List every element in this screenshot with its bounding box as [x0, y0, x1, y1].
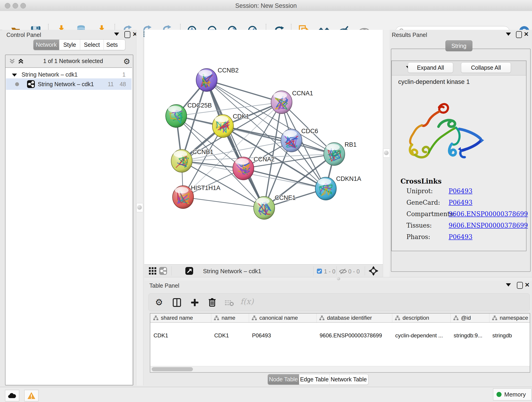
network-node-CDK1[interactable]: CDK1	[212, 113, 249, 138]
column-header-canonical-name[interactable]: canonical name	[249, 313, 317, 323]
table-cell[interactable]: CDK1	[214, 332, 248, 339]
column-header-namespace[interactable]: namespace	[489, 313, 530, 323]
column-separator[interactable]	[317, 313, 317, 322]
birdseye-toggle-icon[interactable]	[185, 267, 193, 275]
tab-node-table[interactable]: Node Table	[268, 374, 299, 385]
crosslink-link[interactable]: P06493	[449, 233, 472, 240]
results-panel-menu-icon[interactable]	[506, 32, 511, 37]
table-panel-title: Table Panel	[149, 282, 179, 289]
crosslink-link[interactable]: 9606.ENSP00000378699	[449, 211, 528, 217]
network-node-RB1[interactable]: RB1	[324, 141, 357, 166]
network-row[interactable]: String Network – cdk1 11 48	[6, 78, 132, 90]
table-settings-gear-icon[interactable]: ⚙	[155, 298, 163, 307]
column-header-label: canonical name	[259, 315, 298, 321]
cloud-status-button[interactable]	[5, 390, 19, 401]
column-separator[interactable]	[392, 313, 392, 322]
network-node-CCNB1[interactable]: CCNB1	[171, 148, 214, 172]
crosslink-link[interactable]: P06493	[449, 187, 472, 195]
table-horizontal-scrollbar[interactable]	[150, 366, 530, 372]
table-cell[interactable]: stringdb:9...	[454, 332, 488, 339]
collapse-all-button[interactable]: Collapse All	[461, 62, 511, 73]
node-label: CCNA2	[254, 156, 275, 163]
column-separator[interactable]	[249, 313, 249, 322]
current-network-title: String Network – cdk1	[203, 268, 261, 275]
network-options-gear-icon[interactable]: ⚙	[123, 57, 130, 66]
left-panel-splitter[interactable]	[136, 30, 143, 385]
create-column-icon[interactable]	[190, 298, 199, 307]
viewbar-separator	[365, 266, 365, 275]
manage-columns-icon[interactable]	[172, 298, 181, 307]
table-panel-menu-icon[interactable]	[506, 283, 511, 287]
hidden-eye-icon[interactable]	[339, 268, 347, 274]
column-separator[interactable]	[450, 313, 451, 322]
collection-expander-icon[interactable]	[12, 71, 17, 78]
column-separator[interactable]	[489, 313, 489, 322]
control-panel-float-icon[interactable]	[124, 31, 130, 38]
network-node-CCNE1[interactable]: CCNE1	[254, 194, 296, 219]
network-node-CDC25B[interactable]: CDC25B	[166, 102, 212, 128]
network-node-HIST1H1A[interactable]: HIST1H1A	[172, 185, 220, 209]
table-cell[interactable]: 9606.ENSP00000378699	[320, 332, 391, 339]
table-cell[interactable]: cyclin-dependent ...	[395, 332, 450, 339]
control-panel-tabstrip: NetworkStyleSelectSets	[33, 39, 125, 50]
pan-crosshair-icon[interactable]	[368, 266, 379, 276]
network-label: String Network – cdk1	[38, 81, 94, 88]
crosslink-link[interactable]: 9606.ENSP00000378699	[449, 222, 528, 229]
right-panel-splitter[interactable]	[383, 30, 390, 277]
memory-button[interactable]: Memory	[493, 389, 532, 400]
delete-column-icon[interactable]	[208, 298, 216, 307]
ribbon-stroke	[410, 145, 417, 155]
control-panel: Control Panel ✕ NetworkStyleSelectSets 1…	[2, 30, 136, 385]
column-header-database-identifier[interactable]: database identifier	[317, 313, 392, 323]
collapse-all-networks-icon[interactable]	[9, 58, 16, 65]
network-edge-hist1h1a-ccne1[interactable]	[183, 197, 264, 208]
tab-edge-table[interactable]: Edge Table	[299, 374, 330, 385]
splitter-handle-icon[interactable]	[137, 205, 142, 210]
crosslink-row: Pharos:P06493	[406, 233, 523, 242]
protein-section: CDK1 cyclin-dependent kinase 1 CrossLink…	[391, 61, 526, 251]
tab-sets[interactable]: Sets	[104, 40, 120, 50]
warnings-button[interactable]	[24, 390, 38, 401]
expand-all-networks-icon[interactable]	[17, 58, 24, 65]
column-header-at-id[interactable]: @id	[450, 313, 489, 323]
splitter-handle-icon[interactable]	[384, 151, 389, 155]
column-header-description[interactable]: description	[392, 313, 450, 323]
network-node-CDKN1A[interactable]: CDKN1A	[315, 175, 361, 200]
column-type-icon	[252, 315, 257, 320]
expand-all-button[interactable]: Expand All	[408, 62, 453, 73]
network-canvas[interactable]: CCNB2CCNA1CDC25BCDK1CDC6RB1CCNB1CCNA2CDK…	[144, 30, 383, 264]
node-label: HIST1H1A	[191, 185, 220, 191]
tab-select[interactable]: Select	[80, 40, 104, 50]
table-cell[interactable]: stringdb	[492, 332, 529, 339]
tab-string[interactable]: String	[445, 40, 472, 51]
table-panel-float-icon[interactable]	[517, 282, 523, 289]
column-separator[interactable]	[211, 313, 211, 322]
network-edge-ccnb2-ccna1[interactable]	[207, 80, 282, 102]
ribbon-stroke	[438, 120, 455, 127]
column-header-shared-name[interactable]: shared name	[150, 313, 211, 323]
scrollbar-thumb[interactable]	[152, 367, 193, 371]
crosslink-link[interactable]: P06493	[449, 199, 472, 206]
ribbon-arrowhead	[458, 147, 461, 151]
grid-mode-icon[interactable]	[148, 267, 157, 275]
node-label: CDKN1A	[336, 175, 361, 182]
network-node-CCNA1[interactable]: CCNA1	[271, 90, 313, 114]
column-header-name[interactable]: name	[211, 313, 249, 323]
network-node-CCNA2[interactable]: CCNA2	[233, 156, 275, 180]
control-panel-menu-icon[interactable]	[114, 32, 119, 37]
splitter-handle-icon[interactable]	[337, 277, 340, 280]
table-cell[interactable]: P06493	[252, 332, 316, 339]
title-bar: Session: New Session	[0, 0, 532, 11]
table-panel-close-icon[interactable]: ✕	[525, 282, 530, 288]
tab-network[interactable]: Network	[33, 40, 59, 50]
network-mode-icon[interactable]	[159, 267, 167, 275]
ribbon-stroke	[461, 140, 481, 151]
protein-structure-image[interactable]	[403, 99, 488, 166]
table-cell[interactable]: CDK1	[153, 332, 210, 339]
results-panel-close-icon[interactable]: ✕	[524, 31, 529, 37]
selected-checkbox-icon[interactable]	[317, 268, 322, 274]
column-type-icon	[492, 315, 497, 320]
tab-style[interactable]: Style	[59, 40, 80, 50]
results-panel-float-icon[interactable]	[516, 31, 522, 38]
tab-network-table[interactable]: Network Table	[330, 374, 368, 385]
